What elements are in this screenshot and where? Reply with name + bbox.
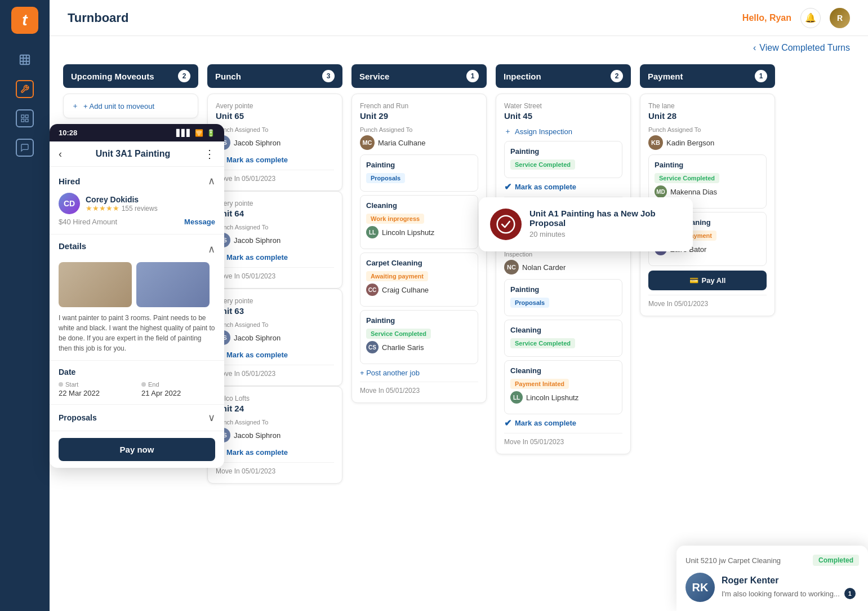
service-sub-title: Painting bbox=[510, 147, 616, 156]
sidebar-icon-building[interactable] bbox=[12, 47, 37, 72]
service-badge: Service Completed bbox=[366, 329, 431, 339]
app-title: Turnboard bbox=[68, 11, 128, 25]
mark-complete-button[interactable]: ✔ Mark as complete bbox=[216, 252, 334, 263]
card-address: Avery pointe bbox=[216, 102, 334, 110]
card-address: The lane bbox=[648, 102, 767, 110]
service-sub-card: Carpet Cleaning Awaiting payment CC Crai… bbox=[360, 253, 478, 307]
date-row: Start 22 Mar 2022 End 21 Apr 2022 bbox=[59, 381, 215, 397]
header-right: Hello, Ryan 🔔 R bbox=[742, 8, 850, 28]
punch-card: Avery pointe Unit 65 Punch Assigned To J… bbox=[207, 94, 342, 191]
sidebar-icon-grid[interactable] bbox=[12, 106, 37, 131]
service-person: CS Charlie Saris bbox=[366, 341, 472, 353]
col-badge-upcoming: 2 bbox=[178, 70, 190, 82]
notification-bell[interactable]: 🔔 bbox=[800, 8, 821, 28]
msg-header: Unit 5210 jw Carpet Cleaning Completed bbox=[686, 555, 859, 566]
service-sub-card: Painting Proposals bbox=[360, 154, 478, 192]
person-avatar: KB bbox=[648, 135, 663, 150]
service-sub-title: Cleaning bbox=[366, 201, 472, 210]
details-section: Details ∧ I want painter to paint 3 room… bbox=[50, 234, 224, 361]
pay-all-button[interactable]: 💳 Pay All bbox=[648, 271, 767, 290]
card-address: Delco Lofts bbox=[216, 395, 334, 402]
assigned-label: Inspection bbox=[504, 251, 622, 258]
view-completed-button[interactable]: ‹ View Completed Turns bbox=[753, 43, 850, 53]
inspection-card: Avery pointe Unit 27 Inspection NC Nolan… bbox=[496, 218, 631, 454]
card-label: Punch Assigned To bbox=[216, 224, 334, 231]
end-dot bbox=[141, 382, 146, 387]
service-person-avatar: LL bbox=[510, 391, 523, 404]
card-unit: Unit 28 bbox=[648, 111, 767, 121]
column-service: Service 1 French and Run Unit 29 Punch A… bbox=[351, 64, 487, 403]
service-sub-title: Painting bbox=[366, 161, 472, 169]
sidebar-icon-wrench[interactable] bbox=[12, 77, 37, 101]
msg-avatar: RK bbox=[686, 573, 715, 602]
details-images bbox=[59, 262, 215, 307]
svg-rect-2 bbox=[25, 115, 28, 118]
greeting: Hello, Ryan bbox=[742, 13, 791, 23]
msg-unit: Unit 5210 jw Carpet Cleaning bbox=[686, 556, 781, 565]
col-badge-punch: 3 bbox=[322, 70, 335, 82]
card-person: MC Maria Culhane bbox=[360, 135, 478, 150]
card-person: NC Nolan Carder bbox=[504, 260, 622, 274]
col-badge-service: 1 bbox=[466, 70, 479, 82]
proposals-expand-icon[interactable]: ∨ bbox=[208, 411, 215, 424]
hired-collapse-icon[interactable]: ∧ bbox=[208, 175, 215, 187]
card-label: Punch Assigned To bbox=[216, 321, 334, 328]
card-person: JS Jacob Siphron bbox=[216, 428, 334, 442]
card-label: Punch Assigned To bbox=[216, 126, 334, 133]
card-assigned-label: Punch Assigned To bbox=[360, 126, 478, 133]
date-title: Date bbox=[59, 368, 215, 377]
card-unit: Unit 65 bbox=[216, 111, 334, 121]
mark-complete-button[interactable]: ✔ Mark as complete bbox=[216, 349, 334, 360]
move-in-date: Move In 05/01/2023 bbox=[360, 382, 478, 395]
col-title-inspection: Inpection bbox=[504, 72, 541, 81]
back-button[interactable]: ‹ bbox=[59, 148, 62, 160]
service-sub-title: Cleaning bbox=[510, 366, 616, 375]
post-another-job-button[interactable]: + Post another job bbox=[360, 369, 478, 377]
msg-person: RK Roger Kenter I'm also looking forward… bbox=[686, 573, 859, 602]
mobile-time: 10:28 bbox=[59, 129, 77, 137]
user-avatar[interactable]: R bbox=[830, 8, 850, 28]
pay-now-button[interactable]: Pay now bbox=[59, 438, 215, 461]
card-person: KB Kadin Bergson bbox=[648, 135, 767, 150]
card-unit: Unit 45 bbox=[504, 111, 622, 121]
mobile-nav: ‹ Unit 3A1 Painting ⋮ bbox=[50, 141, 224, 167]
svg-point-5 bbox=[497, 216, 515, 233]
service-badge: Proposals bbox=[510, 298, 549, 308]
hired-meta: $40 Hired Amount Message bbox=[59, 218, 215, 226]
check-icon: ✔ bbox=[504, 418, 511, 428]
header: Turnboard Hello, Ryan 🔔 R bbox=[50, 0, 868, 36]
card-unit: Unit 24 bbox=[216, 404, 334, 413]
details-collapse-icon[interactable]: ∧ bbox=[208, 243, 215, 255]
message-button[interactable]: Message bbox=[184, 218, 215, 226]
card-address: French and Run bbox=[360, 102, 478, 110]
person-name: Jacob Siphron bbox=[234, 334, 281, 342]
mark-complete-button[interactable]: ✔ Mark as complete bbox=[216, 154, 334, 165]
col-badge-inspection: 2 bbox=[611, 70, 623, 82]
card-unit: Unit 29 bbox=[360, 111, 478, 121]
move-in-date: Move In 05/01/2023 bbox=[504, 433, 622, 446]
person-name: Maria Culhane bbox=[378, 139, 426, 147]
col-header-punch: Punch 3 bbox=[207, 64, 342, 88]
logo[interactable]: t bbox=[11, 7, 38, 34]
start-date: Start 22 Mar 2022 bbox=[59, 381, 132, 397]
card-person: JS Jacob Siphron bbox=[216, 330, 334, 345]
svg-rect-4 bbox=[21, 119, 24, 122]
svg-rect-0 bbox=[20, 55, 30, 65]
mark-complete-button[interactable]: ✔ Mark as complete bbox=[504, 181, 622, 192]
msg-name: Roger Kenter bbox=[722, 575, 859, 586]
hired-section: Hired ∧ CD Corey Dokidis ★★★★★ 155 revie… bbox=[50, 167, 224, 234]
assign-inspection-button[interactable]: ＋ Assign Inspection bbox=[504, 126, 622, 136]
view-completed-bar: ‹ View Completed Turns bbox=[50, 36, 868, 57]
service-person-name: Lincoln Lipshutz bbox=[382, 228, 434, 237]
svg-rect-1 bbox=[21, 115, 24, 118]
column-upcoming: Upcoming Moveouts 2 ＋ + Add unit to move… bbox=[63, 64, 198, 118]
mark-complete-button[interactable]: ✔ Mark as complete bbox=[216, 447, 334, 458]
service-sub-card: Cleaning Service Completed bbox=[504, 320, 622, 357]
add-unit-button[interactable]: ＋ + Add unit to moveout bbox=[63, 94, 198, 118]
more-options-button[interactable]: ⋮ bbox=[204, 147, 215, 161]
sidebar-icon-chat[interactable] bbox=[12, 135, 37, 160]
card-unit: Unit 64 bbox=[216, 209, 334, 218]
move-in-date: Move In 05/01/2023 bbox=[216, 462, 334, 475]
service-badge: Awaiting payment bbox=[366, 271, 428, 281]
mark-complete-button[interactable]: ✔ Mark as complete bbox=[504, 418, 622, 428]
